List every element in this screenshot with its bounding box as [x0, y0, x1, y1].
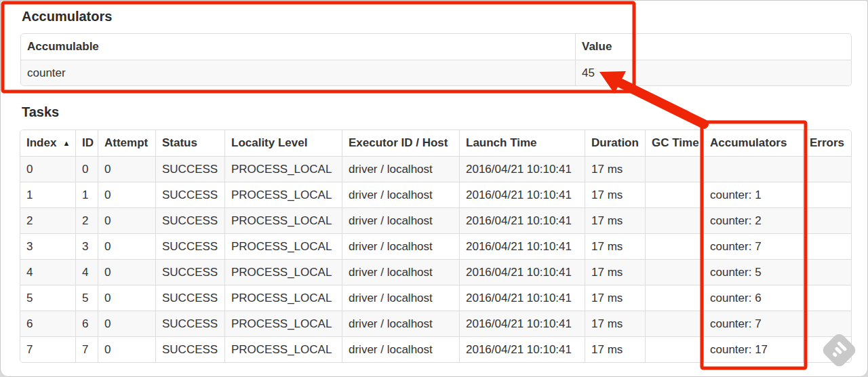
- task-cell: [803, 285, 851, 311]
- task-row: 660SUCCESSPROCESS_LOCALdriver / localhos…: [20, 311, 851, 336]
- task-cell: [703, 156, 803, 182]
- task-cell: driver / localhost: [342, 285, 459, 311]
- task-cell: 17 ms: [585, 207, 645, 233]
- task-cell: [803, 259, 851, 285]
- column-header-accumulable[interactable]: Accumulable: [21, 34, 575, 60]
- task-cell: 0: [75, 156, 98, 182]
- task-cell: [645, 233, 703, 259]
- task-cell: 2016/04/21 10:10:41: [459, 311, 585, 336]
- task-cell: driver / localhost: [342, 233, 459, 259]
- column-header-id[interactable]: ID: [75, 130, 98, 156]
- task-cell: 7: [20, 336, 75, 362]
- task-cell: driver / localhost: [342, 182, 459, 207]
- task-row: 000SUCCESSPROCESS_LOCALdriver / localhos…: [20, 156, 851, 182]
- task-cell: [803, 207, 851, 233]
- task-cell: SUCCESS: [155, 311, 224, 336]
- task-cell: [645, 259, 703, 285]
- task-cell: 2016/04/21 10:10:41: [459, 259, 585, 285]
- accumulator-row: counter 45: [21, 60, 851, 85]
- column-header-duration[interactable]: Duration: [585, 130, 645, 156]
- task-cell: SUCCESS: [155, 233, 224, 259]
- task-cell: 17 ms: [585, 285, 645, 311]
- task-cell: [803, 233, 851, 259]
- task-cell: 0: [98, 233, 155, 259]
- task-cell: 2016/04/21 10:10:41: [459, 285, 585, 311]
- task-cell: driver / localhost: [342, 207, 459, 233]
- task-cell: [645, 207, 703, 233]
- column-header-index[interactable]: Index▲: [20, 130, 75, 156]
- task-cell: driver / localhost: [342, 336, 459, 362]
- task-cell: PROCESS_LOCAL: [224, 336, 342, 362]
- watermark-stripe: [832, 352, 837, 357]
- task-cell: 17 ms: [585, 336, 645, 362]
- accumulators-table-header-row: Accumulable Value: [21, 34, 851, 60]
- task-cell: 0: [98, 336, 155, 362]
- task-cell: PROCESS_LOCAL: [224, 285, 342, 311]
- task-cell: 17 ms: [585, 156, 645, 182]
- task-cell: 2016/04/21 10:10:41: [459, 182, 585, 207]
- page-background: Accumulators Accumulable Value counter 4…: [0, 0, 868, 377]
- task-cell: 2016/04/21 10:10:41: [459, 207, 585, 233]
- task-cell: SUCCESS: [155, 285, 224, 311]
- task-row: 110SUCCESSPROCESS_LOCALdriver / localhos…: [20, 182, 851, 207]
- task-cell: PROCESS_LOCAL: [224, 311, 342, 336]
- task-cell: SUCCESS: [155, 182, 224, 207]
- task-cell: 6: [75, 311, 98, 336]
- task-cell: 4: [20, 259, 75, 285]
- task-cell: 17 ms: [585, 311, 645, 336]
- task-cell: [645, 182, 703, 207]
- task-cell: PROCESS_LOCAL: [224, 156, 342, 182]
- task-cell: counter: 17: [703, 336, 803, 362]
- task-cell: 0: [98, 285, 155, 311]
- task-cell: 2016/04/21 10:10:41: [459, 336, 585, 362]
- column-header-value[interactable]: Value: [575, 34, 851, 60]
- column-header-status[interactable]: Status: [155, 130, 224, 156]
- task-cell: PROCESS_LOCAL: [224, 182, 342, 207]
- accumulators-table: Accumulable Value counter 45: [20, 33, 852, 86]
- task-cell: counter: 7: [703, 233, 803, 259]
- task-row: 220SUCCESSPROCESS_LOCALdriver / localhos…: [20, 207, 851, 233]
- task-row: 440SUCCESSPROCESS_LOCALdriver / localhos…: [20, 259, 851, 285]
- task-cell: 6: [20, 311, 75, 336]
- task-cell: driver / localhost: [342, 259, 459, 285]
- task-cell: [645, 285, 703, 311]
- task-row: 770SUCCESSPROCESS_LOCALdriver / localhos…: [20, 336, 851, 362]
- task-cell: counter: 5: [703, 259, 803, 285]
- column-header-executor-id-host[interactable]: Executor ID / Host: [342, 130, 459, 156]
- task-cell: counter: 1: [703, 182, 803, 207]
- task-cell: counter: 2: [703, 207, 803, 233]
- task-cell: 0: [98, 182, 155, 207]
- task-cell: 0: [98, 311, 155, 336]
- task-cell: 0: [98, 156, 155, 182]
- tasks-table-body: 000SUCCESSPROCESS_LOCALdriver / localhos…: [20, 156, 851, 362]
- task-cell: SUCCESS: [155, 207, 224, 233]
- column-header-index-label: Index: [26, 136, 56, 149]
- task-cell: SUCCESS: [155, 156, 224, 182]
- tasks-table-header-row: Index▲ ID Attempt Status Locality Level …: [20, 130, 851, 156]
- task-row: 550SUCCESSPROCESS_LOCALdriver / localhos…: [20, 285, 851, 311]
- column-header-errors[interactable]: Errors: [803, 130, 851, 156]
- task-cell: 0: [98, 259, 155, 285]
- task-cell: driver / localhost: [342, 311, 459, 336]
- task-cell: [645, 311, 703, 336]
- accumulable-name-cell: counter: [21, 60, 575, 85]
- task-cell: [803, 311, 851, 336]
- task-cell: 4: [75, 259, 98, 285]
- task-cell: [803, 182, 851, 207]
- task-cell: [645, 336, 703, 362]
- tasks-table: Index▲ ID Attempt Status Locality Level …: [20, 130, 852, 363]
- task-cell: 1: [20, 182, 75, 207]
- column-header-gc-time[interactable]: GC Time: [645, 130, 703, 156]
- column-header-locality-level[interactable]: Locality Level: [224, 130, 342, 156]
- task-cell: 17 ms: [585, 233, 645, 259]
- task-cell: 7: [75, 336, 98, 362]
- column-header-attempt[interactable]: Attempt: [98, 130, 155, 156]
- column-header-launch-time[interactable]: Launch Time: [459, 130, 585, 156]
- task-cell: [645, 156, 703, 182]
- accumulators-section-title: Accumulators: [22, 8, 112, 24]
- task-cell: 0: [20, 156, 75, 182]
- column-header-accumulators[interactable]: Accumulators: [703, 130, 803, 156]
- task-cell: 1: [75, 182, 98, 207]
- task-cell: 2: [75, 207, 98, 233]
- task-cell: counter: 7: [703, 311, 803, 336]
